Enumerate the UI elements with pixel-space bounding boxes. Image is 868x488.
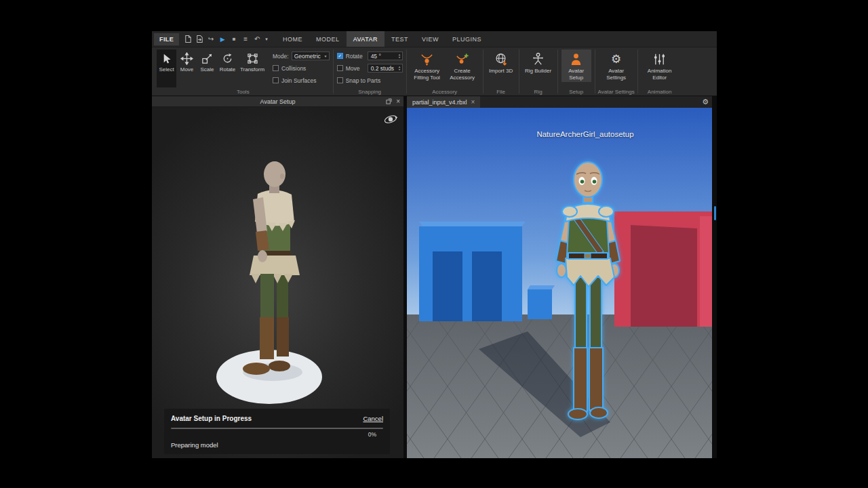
import-3d-icon: [494, 52, 508, 66]
mode-dropdown[interactable]: Geometric ▾: [292, 52, 330, 60]
tab-model[interactable]: MODEL: [309, 31, 347, 47]
avatar-preview-viewport[interactable]: Avatar Setup in Progress Cancel 0% Prepa…: [152, 107, 403, 458]
rotate-icon: [221, 52, 234, 65]
progress-title: Avatar Setup in Progress: [171, 415, 252, 422]
ribbon-tab-strip: HOME MODEL AVATAR TEST VIEW PLUGINS: [276, 31, 488, 47]
rotate-snap-label: Rotate: [346, 53, 365, 60]
create-accessory-button[interactable]: Create Accessory: [446, 49, 479, 87]
orbit-rotate-icon[interactable]: [383, 112, 398, 127]
accessory-group-label: Accessory: [407, 89, 483, 95]
snap-to-parts-label: Snap to Parts: [346, 77, 381, 84]
output-icon[interactable]: ≡: [240, 33, 251, 45]
file-group: Import 3D File: [484, 47, 519, 96]
setup-group: Avatar Setup Setup: [558, 47, 595, 96]
open-file-icon[interactable]: [194, 33, 205, 45]
avatar-settings-label: Avatar Settings: [600, 68, 633, 81]
stepper-arrows[interactable]: ▲▼: [398, 66, 401, 70]
snap-to-parts-checkbox[interactable]: [337, 77, 343, 83]
select-tool-button[interactable]: Select: [157, 49, 176, 87]
workspace-area: Avatar Setup ×: [152, 96, 717, 458]
transform-label: Transform: [240, 66, 264, 73]
progress-percent: 0%: [171, 431, 383, 438]
avatar-preview-scene: [152, 107, 403, 458]
tools-group: Select Move Scale Rotate: [153, 47, 333, 96]
avatar-setup-progress: Avatar Setup in Progress Cancel 0% Prepa…: [164, 409, 390, 454]
scale-label: Scale: [200, 66, 214, 73]
tab-test[interactable]: TEST: [384, 31, 415, 47]
rig-builder-button[interactable]: Rig Builder: [523, 49, 554, 76]
accessory-fitting-tool-icon: [420, 52, 434, 66]
red-structure: [614, 211, 712, 327]
model-name-label: NatureArcherGirl_autosetup: [536, 130, 633, 138]
tab-avatar[interactable]: AVATAR: [347, 31, 384, 47]
rotate-increment-value: 45 °: [371, 53, 381, 60]
rig-group: Rig Builder Rig: [519, 47, 557, 96]
undock-icon[interactable]: [386, 98, 392, 104]
document-tab-bar: partial_input_v4.rbxl × ⚙: [407, 96, 712, 108]
move-increment-input[interactable]: 0.2 studs ▲▼: [368, 64, 403, 73]
tab-home[interactable]: HOME: [276, 31, 309, 47]
document-tab-label: partial_input_v4.rbxl: [412, 99, 467, 106]
collisions-checkbox[interactable]: [273, 65, 279, 71]
avatar-settings-group: ⚙ Avatar Settings Avatar Settings: [595, 47, 637, 96]
file-group-label: File: [484, 89, 519, 95]
rotate-tool-button[interactable]: Rotate: [218, 49, 237, 87]
tab-plugins[interactable]: PLUGINS: [446, 31, 488, 47]
move-label: Move: [180, 66, 194, 73]
move-tool-button[interactable]: Move: [177, 49, 197, 87]
animation-editor-button[interactable]: Animation Editor: [642, 49, 678, 82]
document-tab[interactable]: partial_input_v4.rbxl ×: [407, 96, 480, 108]
progress-bar: [171, 428, 383, 429]
avatar-settings-group-label: Avatar Settings: [595, 89, 637, 95]
accessory-fitting-tool-button[interactable]: Accessory Fitting Tool: [410, 49, 444, 87]
letterbox: FILE ↪ ▶ ■ ≡ ↶ ▾ HOME MODEL AVATAR TEST …: [0, 0, 868, 488]
select-icon: [160, 52, 173, 65]
avatar-settings-button[interactable]: ⚙ Avatar Settings: [599, 49, 634, 82]
stepper-arrows[interactable]: ▲▼: [398, 54, 401, 58]
mode-label: Mode:: [273, 53, 289, 60]
chevron-down-icon: ▾: [325, 54, 327, 58]
transform-tool-button[interactable]: Transform: [238, 49, 267, 87]
close-panel-icon[interactable]: ×: [396, 98, 400, 105]
panel-end-filler: [712, 96, 717, 458]
move-icon: [180, 52, 193, 65]
move-snap-checkbox[interactable]: [337, 65, 343, 71]
rig-builder-label: Rig Builder: [525, 68, 551, 75]
new-file-icon[interactable]: [182, 33, 193, 45]
file-menu-button[interactable]: FILE: [154, 33, 179, 45]
play-icon[interactable]: ▶: [217, 33, 228, 45]
select-label: Select: [159, 66, 174, 73]
avatar-setup-panel-header[interactable]: Avatar Setup ×: [152, 96, 403, 107]
3d-scene: [407, 108, 712, 458]
import-3d-label: Import 3D: [489, 68, 513, 75]
avatar-model-side: [243, 161, 300, 375]
stop-icon[interactable]: ■: [229, 33, 239, 45]
move-increment-value: 0.2 studs: [371, 65, 395, 72]
join-surfaces-label: Join Surfaces: [281, 77, 317, 84]
tab-view[interactable]: VIEW: [415, 31, 446, 47]
scale-tool-button[interactable]: Scale: [197, 49, 217, 87]
menubar: FILE ↪ ▶ ■ ≡ ↶ ▾ HOME MODEL AVATAR TEST …: [152, 31, 717, 47]
viewport-settings-gear-icon[interactable]: ⚙: [702, 96, 709, 108]
roblox-studio-window: FILE ↪ ▶ ■ ≡ ↶ ▾ HOME MODEL AVATAR TEST …: [152, 31, 717, 458]
close-tab-icon[interactable]: ×: [471, 99, 475, 106]
rotate-snap-checkbox[interactable]: ✓: [337, 53, 343, 59]
rig-group-label: Rig: [519, 89, 557, 95]
move-snap-label: Move: [346, 65, 365, 72]
3d-viewport[interactable]: NatureArcherGirl_autosetup: [407, 108, 712, 458]
tools-group-label: Tools: [153, 89, 333, 95]
scale-icon: [201, 52, 214, 65]
history-dropdown-icon[interactable]: ▾: [263, 33, 270, 45]
rotate-label: Rotate: [220, 66, 236, 73]
rotate-increment-input[interactable]: 45 ° ▲▼: [368, 52, 403, 60]
progress-status: Preparing model: [171, 441, 383, 449]
cancel-link[interactable]: Cancel: [363, 415, 383, 422]
avatar-setup-label: Avatar Setup: [563, 68, 590, 81]
join-surfaces-checkbox[interactable]: [273, 77, 279, 83]
publish-icon[interactable]: ↪: [205, 33, 216, 45]
animation-editor-icon: [652, 52, 667, 66]
import-3d-button[interactable]: Import 3D: [487, 49, 515, 76]
avatar-setup-button[interactable]: Avatar Setup: [561, 49, 591, 82]
snapping-group-label: Snapping: [334, 89, 406, 95]
undo-icon[interactable]: ↶: [252, 33, 262, 45]
